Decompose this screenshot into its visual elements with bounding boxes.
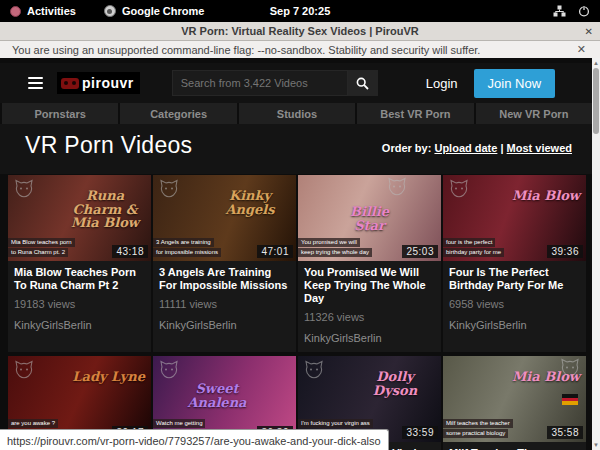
- video-studio-link[interactable]: KinkyGirlsBerlin: [159, 319, 290, 331]
- activities-button[interactable]: Activities: [10, 5, 76, 17]
- chrome-infobar: You are using an unsupported command-lin…: [0, 41, 600, 59]
- nav-item-pornstars[interactable]: Pornstars: [2, 103, 118, 124]
- video-views: 11111 views: [159, 298, 290, 310]
- studio-cat-mask-icon: [14, 179, 34, 199]
- studio-cat-mask-icon: [304, 360, 324, 380]
- clock[interactable]: Sep 7 20:25: [0, 5, 600, 17]
- join-now-button[interactable]: Join Now: [474, 69, 555, 98]
- video-duration-badge: 47:01: [257, 245, 293, 258]
- search-input[interactable]: [172, 70, 348, 96]
- video-info: Four Is The Perfect Birthday Party For M…: [443, 261, 586, 339]
- studio-cat-mask-icon: [159, 179, 179, 199]
- video-title-link[interactable]: 3 Angels Are Training For Impossible Mis…: [159, 266, 290, 292]
- video-duration-badge: 43:18: [112, 245, 148, 258]
- studio-cat-mask-icon: [159, 360, 179, 380]
- page-head: VR Porn Videos Order by: Upload date | M…: [0, 124, 592, 174]
- window-close-button[interactable]: ✕: [585, 26, 593, 37]
- window-title-bar: VR Porn: Virtual Reality Sex Videos | Pi…: [0, 22, 600, 41]
- activities-icon: [10, 6, 21, 17]
- video-thumbnail[interactable]: Mia Blow Milf teaches the teachersome pr…: [443, 356, 586, 442]
- video-views: 19183 views: [14, 298, 145, 310]
- video-studio-link[interactable]: KinkyGirlsBerlin: [304, 332, 435, 344]
- thumbnail-model-name: Sweet Analena: [177, 382, 257, 409]
- vr-goggles-icon: [61, 78, 79, 89]
- infobar-close-button[interactable]: ✕: [577, 43, 586, 56]
- video-duration-badge: 25:03: [402, 245, 438, 258]
- menu-icon[interactable]: [28, 77, 43, 90]
- search-icon: [356, 77, 369, 90]
- site-header: pirouvr Login Join Now: [0, 63, 592, 103]
- thumbnail-model-name: Runa Charm & Mia Blow: [65, 189, 145, 230]
- video-info: Mia Blow Teaches Porn To Runa Charm Pt 2…: [8, 261, 151, 339]
- window-title: VR Porn: Virtual Reality Sex Videos | Pi…: [181, 25, 418, 37]
- thumbnail-model-name: Kinky Angels: [210, 189, 290, 216]
- video-info: 3 Angels Are Training For Impossible Mis…: [153, 261, 296, 339]
- network-icon[interactable]: [553, 5, 566, 17]
- thumbnail-caption: four is the perfectbirthday party for me: [443, 237, 543, 257]
- video-card[interactable]: Billie Star You promised we willkeep try…: [298, 175, 441, 352]
- scroll-down-arrow[interactable]: ▼: [592, 441, 600, 449]
- system-top-bar: Activities Google Chrome Sep 7 20:25: [0, 0, 600, 22]
- logo-text: pirouvr: [82, 75, 134, 91]
- video-card[interactable]: Runa Charm & Mia Blow Mia Blow teaches p…: [8, 175, 151, 352]
- video-duration-badge: 33:59: [402, 426, 438, 439]
- video-title-link[interactable]: Four Is The Perfect Birthday Party For M…: [449, 266, 580, 292]
- search-bar: [172, 70, 378, 96]
- thumbnail-caption: Milf teaches the teachersome practical b…: [443, 418, 543, 438]
- video-card[interactable]: Mia Blow Milf teaches the teachersome pr…: [443, 356, 586, 450]
- status-bar-url: https://pirouvr.com/vr-porn-video/779325…: [0, 429, 389, 450]
- nav-item-best-vr-porn[interactable]: Best VR Porn: [357, 103, 473, 124]
- order-most-viewed-link[interactable]: Most viewed: [507, 142, 572, 154]
- chrome-icon: [104, 5, 116, 17]
- chrome-app-label: Google Chrome: [122, 5, 205, 17]
- video-grid: Runa Charm & Mia Blow Mia Blow teaches p…: [8, 175, 586, 450]
- thumbnail-model-name: Dolly Dyson: [355, 370, 435, 397]
- order-by: Order by: Upload date | Most viewed: [382, 142, 572, 154]
- studio-cat-mask-icon: [14, 360, 34, 380]
- login-link[interactable]: Login: [426, 76, 458, 91]
- video-card[interactable]: Kinky Angels 3 Angels are trainingfor im…: [153, 175, 296, 352]
- main-nav: PornstarsCategoriesStudiosBest VR PornNe…: [0, 103, 592, 124]
- page-title: VR Porn Videos: [25, 132, 192, 159]
- order-by-label: Order by:: [382, 142, 432, 154]
- order-upload-date-link[interactable]: Upload date: [434, 142, 497, 154]
- video-info: Milf Teaches The Teacher Some Practical …: [443, 442, 586, 450]
- thumbnail-caption: Mia Blow teaches pornto Runa Charm pt. 2: [8, 237, 108, 257]
- studio-cat-mask-icon: [387, 177, 407, 197]
- german-flag-icon: [562, 394, 578, 405]
- thumbnail-model-name: Lady Lyne: [72, 370, 145, 384]
- video-info: You Promised We Will Keep Trying The Who…: [298, 261, 441, 352]
- video-studio-link[interactable]: KinkyGirlsBerlin: [449, 319, 580, 331]
- site-logo[interactable]: pirouvr: [57, 72, 140, 94]
- nav-item-categories[interactable]: Categories: [120, 103, 236, 124]
- video-views: 11326 views: [304, 311, 435, 323]
- video-card[interactable]: Mia Blow four is the perfectbirthday par…: [443, 175, 586, 352]
- video-duration-badge: 39:36: [547, 245, 583, 258]
- scroll-up-arrow[interactable]: ▲: [592, 59, 600, 67]
- infobar-message: You are using an unsupported command-lin…: [12, 44, 480, 56]
- scrollbar-thumb[interactable]: [593, 68, 599, 134]
- video-views: 6958 views: [449, 298, 580, 310]
- power-icon[interactable]: [578, 5, 590, 17]
- video-studio-link[interactable]: KinkyGirlsBerlin: [14, 319, 145, 331]
- video-title-link[interactable]: Mia Blow Teaches Porn To Runa Charm Pt 2: [14, 266, 145, 292]
- video-thumbnail[interactable]: Kinky Angels 3 Angels are trainingfor im…: [153, 175, 296, 261]
- search-button[interactable]: [348, 70, 378, 96]
- thumbnail-model-name: Mia Blow: [512, 370, 580, 384]
- nav-item-new-vr-porn[interactable]: New VR Porn: [476, 103, 592, 124]
- chrome-app-indicator[interactable]: Google Chrome: [104, 5, 205, 17]
- video-thumbnail[interactable]: Mia Blow four is the perfectbirthday par…: [443, 175, 586, 261]
- thumbnail-caption: 3 Angels are trainingfor impossible miss…: [153, 237, 253, 257]
- thumbnail-model-name: Billie Star: [334, 205, 406, 232]
- thumbnail-model-name: Mia Blow: [512, 189, 580, 203]
- video-thumbnail[interactable]: Runa Charm & Mia Blow Mia Blow teaches p…: [8, 175, 151, 261]
- page-scrollbar[interactable]: ▲ ▼: [592, 58, 600, 450]
- studio-cat-mask-icon: [449, 179, 469, 199]
- page-viewport: pirouvr Login Join Now PornstarsCategori…: [0, 58, 592, 450]
- video-thumbnail[interactable]: Billie Star You promised we willkeep try…: [298, 175, 441, 261]
- video-duration-badge: 35:58: [547, 426, 583, 439]
- video-title-link[interactable]: You Promised We Will Keep Trying The Who…: [304, 266, 435, 305]
- activities-label: Activities: [27, 5, 76, 17]
- nav-item-studios[interactable]: Studios: [239, 103, 355, 124]
- thumbnail-caption: You promised we willkeep trying the whol…: [298, 237, 398, 257]
